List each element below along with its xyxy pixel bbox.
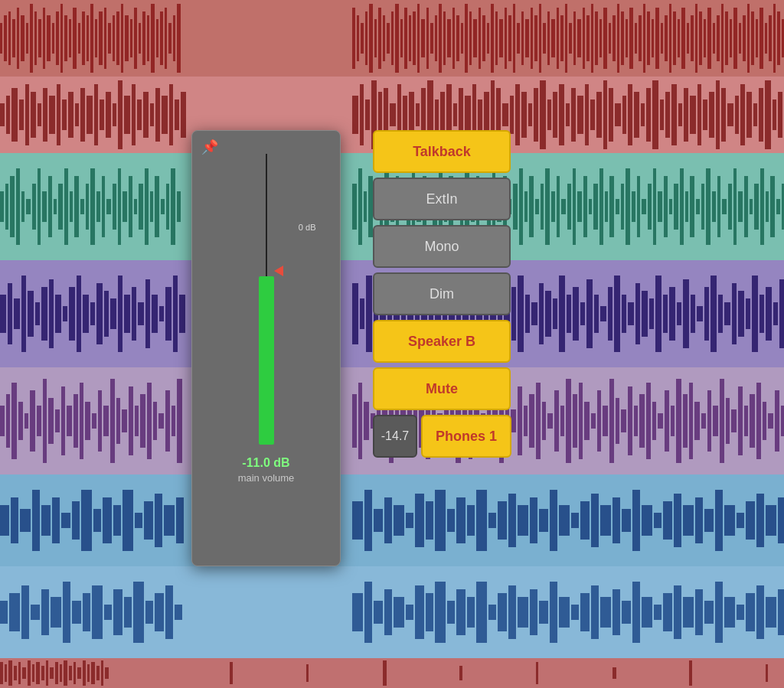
svg-rect-149 <box>43 88 47 142</box>
svg-rect-216 <box>628 84 632 145</box>
slider-thumb[interactable] <box>274 266 283 276</box>
svg-rect-454 <box>48 398 54 444</box>
svg-rect-208 <box>577 96 583 134</box>
svg-rect-613 <box>63 582 70 643</box>
svg-rect-411 <box>545 291 551 337</box>
dim-button[interactable]: Dim <box>373 272 511 315</box>
svg-rect-1 <box>4 15 7 61</box>
svg-rect-475 <box>177 379 182 463</box>
svg-rect-415 <box>573 287 579 341</box>
svg-rect-638 <box>488 605 496 620</box>
svg-rect-60 <box>430 23 433 54</box>
svg-rect-614 <box>72 601 81 624</box>
svg-rect-31 <box>134 8 137 69</box>
svg-rect-114 <box>665 15 668 61</box>
svg-rect-310 <box>541 184 544 230</box>
svg-rect-522 <box>634 406 638 436</box>
svg-rect-409 <box>531 302 537 325</box>
svg-rect-37 <box>160 11 163 65</box>
svg-rect-669 <box>8 660 12 686</box>
svg-rect-180 <box>403 96 407 134</box>
svg-rect-456 <box>61 386 65 455</box>
svg-rect-423 <box>628 302 634 325</box>
svg-rect-572 <box>426 501 433 540</box>
svg-rect-612 <box>51 597 61 628</box>
svg-rect-544 <box>768 413 773 429</box>
svg-rect-644 <box>550 582 557 643</box>
phones-button[interactable]: Phones 1 <box>421 415 511 458</box>
controls-panel: Talkback ExtIn Mono Dim Speaker B Mute -… <box>373 130 514 458</box>
svg-rect-253 <box>64 168 68 245</box>
svg-rect-360 <box>28 291 34 337</box>
svg-rect-558 <box>113 505 121 536</box>
svg-rect-511 <box>566 379 571 463</box>
svg-rect-9 <box>38 19 41 57</box>
svg-rect-135 <box>756 19 758 57</box>
extin-button[interactable]: ExtIn <box>373 178 511 220</box>
svg-rect-474 <box>172 406 175 436</box>
svg-rect-697 <box>689 660 692 686</box>
svg-rect-117 <box>678 19 680 57</box>
svg-rect-239 <box>773 99 776 130</box>
svg-rect-361 <box>35 302 40 325</box>
svg-rect-690 <box>105 667 109 679</box>
svg-rect-50 <box>387 23 390 54</box>
svg-rect-617 <box>104 605 112 620</box>
svg-rect-81 <box>521 11 524 65</box>
svg-rect-128 <box>725 11 728 65</box>
svg-rect-651 <box>622 601 631 624</box>
svg-rect-108 <box>639 15 642 61</box>
svg-rect-151 <box>57 84 60 145</box>
svg-rect-110 <box>647 11 650 65</box>
svg-rect-654 <box>654 605 662 620</box>
svg-rect-132 <box>743 15 746 61</box>
svg-rect-606 <box>778 497 784 543</box>
svg-rect-476 <box>352 394 357 448</box>
talkback-button[interactable]: Talkback <box>373 130 511 173</box>
svg-rect-321 <box>599 168 603 245</box>
svg-rect-86 <box>543 23 546 54</box>
svg-rect-47 <box>374 19 377 57</box>
svg-rect-40 <box>173 15 175 61</box>
slider-area[interactable]: 0 dB <box>243 154 289 445</box>
svg-rect-597 <box>683 505 694 536</box>
svg-rect-410 <box>539 283 544 344</box>
svg-rect-225 <box>684 88 688 142</box>
svg-rect-658 <box>695 589 703 635</box>
svg-rect-427 <box>655 276 662 352</box>
svg-rect-26 <box>113 15 115 61</box>
svg-rect-380 <box>165 287 172 341</box>
svg-rect-65 <box>452 8 455 69</box>
svg-rect-258 <box>90 168 95 245</box>
svg-rect-659 <box>704 601 714 624</box>
svg-rect-687 <box>91 662 95 684</box>
mute-button[interactable]: Mute <box>373 367 511 410</box>
mono-button[interactable]: Mono <box>373 225 511 268</box>
svg-rect-582 <box>530 497 537 543</box>
svg-rect-366 <box>69 287 75 341</box>
svg-rect-592 <box>632 490 640 551</box>
svg-rect-554 <box>72 501 80 540</box>
svg-rect-201 <box>534 88 538 142</box>
svg-rect-27 <box>116 11 119 65</box>
svg-rect-564 <box>176 497 184 543</box>
svg-rect-172 <box>352 96 358 134</box>
svg-rect-698 <box>766 664 768 682</box>
svg-rect-385 <box>366 276 372 352</box>
svg-rect-531 <box>689 383 693 459</box>
svg-rect-43 <box>357 15 359 61</box>
svg-rect-650 <box>612 589 620 635</box>
svg-rect-190 <box>465 96 471 134</box>
svg-rect-648 <box>591 585 599 639</box>
svg-rect-308 <box>529 176 534 237</box>
svg-rect-532 <box>694 402 700 440</box>
svg-rect-49 <box>383 15 385 61</box>
svg-rect-254 <box>70 191 73 222</box>
speaker-b-button[interactable]: Speaker B <box>373 320 511 363</box>
svg-rect-545 <box>775 390 779 452</box>
svg-rect-578 <box>488 513 496 528</box>
svg-rect-215 <box>622 96 626 134</box>
svg-rect-5 <box>21 15 24 61</box>
svg-rect-354 <box>776 199 780 214</box>
svg-rect-438 <box>732 283 737 344</box>
